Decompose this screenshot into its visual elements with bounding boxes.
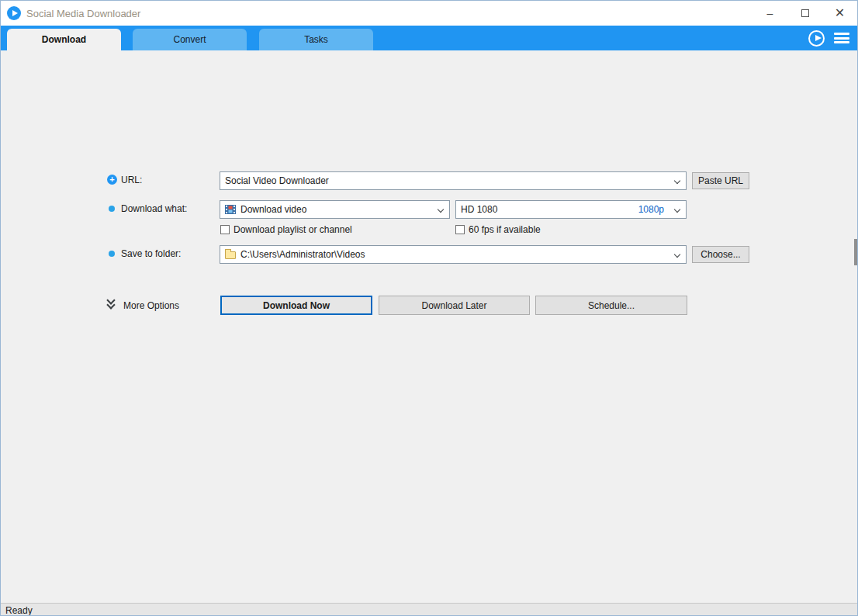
film-icon [225,205,236,214]
add-url-icon[interactable]: + [107,175,117,185]
choose-folder-button[interactable]: Choose... [692,246,749,263]
folder-icon [225,251,236,259]
tab-tasks[interactable]: Tasks [259,29,373,50]
download-now-button[interactable]: Download Now [220,296,372,315]
download-what-label: Download what: [121,203,187,214]
schedule-button[interactable]: Schedule... [535,296,687,315]
download-type-combobox[interactable]: Download video [220,200,450,219]
url-combobox[interactable]: Social Video Downloader [220,171,687,190]
playlist-checkbox-row[interactable]: Download playlist or channel [220,224,352,235]
window-title: Social Media Downloader [26,8,140,19]
download-later-button[interactable]: Download Later [379,296,530,315]
menu-icon[interactable] [834,33,849,43]
playlist-checkbox-label: Download playlist or channel [234,224,352,235]
url-label: URL: [121,175,142,185]
minimize-button[interactable]: – [752,1,787,26]
quality-value: HD 1080 [461,204,497,215]
scrollbar-thumb[interactable] [854,239,857,265]
tabbar: Download Convert Tasks [1,26,857,50]
main-content: + URL: Social Video Downloader Paste URL… [1,50,857,603]
app-logo-icon [7,6,21,20]
bullet-icon [109,251,115,257]
double-chevron-down-icon[interactable] [106,297,116,310]
download-type-value: Download video [240,204,306,215]
chevron-down-icon [438,206,444,213]
maximize-icon [801,9,809,17]
quality-tag: 1080p [638,204,664,215]
statusbar: Ready [1,603,857,616]
tabbar-icons [808,26,857,50]
window-controls: – ✕ [752,1,857,26]
paste-url-button[interactable]: Paste URL [692,172,749,189]
bullet-icon [109,206,115,212]
chevron-down-icon [674,251,680,258]
app-window: Social Media Downloader – ✕ Download Con… [0,0,858,616]
playlist-checkbox[interactable] [220,225,230,234]
quality-combobox[interactable]: HD 1080 1080p [455,200,687,219]
fps-checkbox[interactable] [455,225,465,234]
play-circle-icon[interactable] [808,30,825,47]
chevron-down-icon [674,206,680,213]
save-folder-combobox[interactable]: C:\Users\Administrator\Videos [220,245,687,264]
fps-checkbox-row[interactable]: 60 fps if available [455,224,541,235]
more-options-label[interactable]: More Options [123,300,179,311]
titlebar: Social Media Downloader – ✕ [1,1,857,26]
tab-download[interactable]: Download [7,29,121,50]
save-folder-value: C:\Users\Administrator\Videos [240,249,365,260]
fps-checkbox-label: 60 fps if available [469,224,541,235]
status-text: Ready [5,605,33,616]
chevron-down-icon [674,178,680,184]
maximize-button[interactable] [787,1,822,26]
close-button[interactable]: ✕ [822,1,857,26]
save-folder-label: Save to folder: [121,248,181,259]
url-value: Social Video Downloader [225,175,329,186]
tab-convert[interactable]: Convert [133,29,247,50]
